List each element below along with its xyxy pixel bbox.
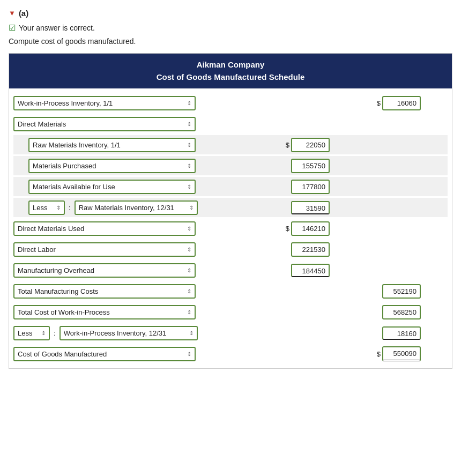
materials-purchased-label: Materials Purchased xyxy=(33,162,96,170)
wip-inv-1231-value[interactable]: 18160 xyxy=(382,326,421,340)
raw-materials-1231-arrow: ⇕ xyxy=(189,205,194,211)
raw-materials-inv-value[interactable]: 22050 xyxy=(291,138,330,152)
direct-labor-value[interactable]: 221530 xyxy=(291,242,330,257)
materials-purchased-row: Materials Purchased ⇕ 155750 xyxy=(13,156,448,175)
total-cost-wip-label: Total Cost of Work-in-Process xyxy=(18,308,110,316)
direct-materials-used-label: Direct Materials Used xyxy=(18,225,84,233)
direct-materials-used-arrow: ⇕ xyxy=(187,226,191,232)
correct-text: Your answer is correct. xyxy=(19,24,95,32)
materials-purchased-dropdown[interactable]: Materials Purchased ⇕ xyxy=(28,159,196,173)
total-mfg-costs-arrow: ⇕ xyxy=(187,288,191,294)
raw-materials-1231-label: Raw Materials Inventory, 12/31 xyxy=(79,204,174,212)
total-cost-wip-dropdown[interactable]: Total Cost of Work-in-Process ⇕ xyxy=(13,305,196,319)
wip-inv-1231-dropdown[interactable]: Work-in-Process Inventory, 12/31 ⇕ xyxy=(59,326,198,340)
total-cost-wip-value[interactable]: 568250 xyxy=(382,305,421,319)
schedule-header: Aikman Company Cost of Goods Manufacture… xyxy=(9,54,452,88)
correct-row: ☑ Your answer is correct. xyxy=(9,23,467,33)
cogm-arrow: ⇕ xyxy=(187,351,191,357)
wip-inv-1231-arrow: ⇕ xyxy=(189,330,194,336)
materials-available-row: Materials Available for Use ⇕ 177800 xyxy=(13,177,448,196)
total-mfg-costs-value[interactable]: 552190 xyxy=(382,284,421,299)
mfg-overhead-arrow: ⇕ xyxy=(187,267,191,273)
table-title-line2: Cost of Goods Manufactured Schedule xyxy=(12,71,449,84)
direct-materials-row: Direct Materials ⇕ xyxy=(13,114,448,133)
schedule-table: Aikman Company Cost of Goods Manufacture… xyxy=(9,53,452,369)
prompt-text: Compute cost of goods manufactured. xyxy=(9,37,467,46)
wip-inventory-arrow: ⇕ xyxy=(187,100,191,106)
materials-purchased-value[interactable]: 155750 xyxy=(291,159,330,173)
section-title: (a) xyxy=(19,9,28,18)
materials-available-value[interactable]: 177800 xyxy=(291,180,330,194)
total-mfg-costs-label: Total Manufacturing Costs xyxy=(18,287,98,295)
dollar2: $ xyxy=(286,141,289,149)
less-wip-row: Less ⇕ : Work-in-Process Inventory, 12/3… xyxy=(13,323,448,343)
less-arrow: ⇕ xyxy=(56,205,61,211)
raw-materials-1231-value[interactable]: 31590 xyxy=(291,201,330,214)
cogm-row: Cost of Goods Manufactured ⇕ $ 550090 xyxy=(13,344,448,363)
direct-labor-dropdown[interactable]: Direct Labor ⇕ xyxy=(13,242,196,257)
schedule-body: Work-in-Process Inventory, 1/1 ⇕ $ 16060… xyxy=(9,88,452,368)
total-mfg-costs-row: Total Manufacturing Costs ⇕ 552190 xyxy=(13,281,448,301)
wip-inv-1231-label: Work-in-Process Inventory, 12/31 xyxy=(64,329,167,337)
section-header: ▼ (a) xyxy=(9,9,467,18)
direct-labor-row: Direct Labor ⇕ 221530 xyxy=(13,240,448,259)
direct-materials-arrow: ⇕ xyxy=(187,121,191,127)
dollar1: $ xyxy=(377,99,381,107)
less2-label: Less xyxy=(18,329,32,337)
mfg-overhead-value[interactable]: 184450 xyxy=(291,264,330,277)
direct-materials-used-dropdown[interactable]: Direct Materials Used ⇕ xyxy=(13,221,196,236)
dollar3: $ xyxy=(286,225,289,233)
direct-materials-used-row: Direct Materials Used ⇕ $ 146210 xyxy=(13,219,448,238)
raw-materials-inv-row: Raw Materials Inventory, 1/1 ⇕ $ 22050 xyxy=(13,135,448,154)
raw-materials-inv-arrow: ⇕ xyxy=(187,142,191,148)
direct-materials-dropdown[interactable]: Direct Materials ⇕ xyxy=(13,117,196,131)
total-mfg-costs-dropdown[interactable]: Total Manufacturing Costs ⇕ xyxy=(13,284,196,299)
materials-available-label: Materials Available for Use xyxy=(33,183,115,191)
colon1: : xyxy=(69,204,71,212)
wip-inventory-value[interactable]: 16060 xyxy=(382,96,421,110)
total-cost-wip-row: Total Cost of Work-in-Process ⇕ 568250 xyxy=(13,302,448,322)
materials-purchased-arrow: ⇕ xyxy=(187,163,191,169)
less2-dropdown[interactable]: Less ⇕ xyxy=(13,326,50,340)
materials-available-arrow: ⇕ xyxy=(187,184,191,190)
wip-inventory-row: Work-in-Process Inventory, 1/1 ⇕ $ 16060 xyxy=(13,93,448,113)
raw-materials-1231-dropdown[interactable]: Raw Materials Inventory, 12/31 ⇕ xyxy=(75,200,198,215)
less-dropdown[interactable]: Less ⇕ xyxy=(28,200,65,215)
direct-labor-arrow: ⇕ xyxy=(187,247,191,252)
direct-labor-label: Direct Labor xyxy=(18,246,56,254)
mfg-overhead-dropdown[interactable]: Manufacturing Overhead ⇕ xyxy=(13,263,196,278)
less2-arrow: ⇕ xyxy=(41,330,46,336)
wip-inventory-label: Work-in-Process Inventory, 1/1 xyxy=(18,99,113,107)
less-label: Less xyxy=(33,204,47,212)
checkmark-icon: ☑ xyxy=(9,23,16,33)
colon2: : xyxy=(54,329,56,337)
section-arrow: ▼ xyxy=(9,9,16,17)
cogm-value[interactable]: 550090 xyxy=(382,346,421,361)
materials-available-dropdown[interactable]: Materials Available for Use ⇕ xyxy=(28,180,196,194)
wip-inventory-dropdown[interactable]: Work-in-Process Inventory, 1/1 ⇕ xyxy=(13,96,196,110)
raw-materials-inv-label: Raw Materials Inventory, 1/1 xyxy=(33,141,121,149)
cogm-dropdown[interactable]: Cost of Goods Manufactured ⇕ xyxy=(13,347,196,361)
dollar4: $ xyxy=(377,350,381,358)
total-cost-wip-arrow: ⇕ xyxy=(187,309,191,315)
less-raw-materials-row: Less ⇕ : Raw Materials Inventory, 12/31 … xyxy=(13,198,448,217)
direct-materials-used-value[interactable]: 146210 xyxy=(291,221,330,236)
table-title-line1: Aikman Company xyxy=(12,59,449,71)
direct-materials-label: Direct Materials xyxy=(18,120,66,128)
cogm-label: Cost of Goods Manufactured xyxy=(18,350,107,358)
raw-materials-inv-dropdown[interactable]: Raw Materials Inventory, 1/1 ⇕ xyxy=(28,138,196,152)
mfg-overhead-label: Manufacturing Overhead xyxy=(18,266,94,274)
mfg-overhead-row: Manufacturing Overhead ⇕ 184450 xyxy=(13,261,448,280)
